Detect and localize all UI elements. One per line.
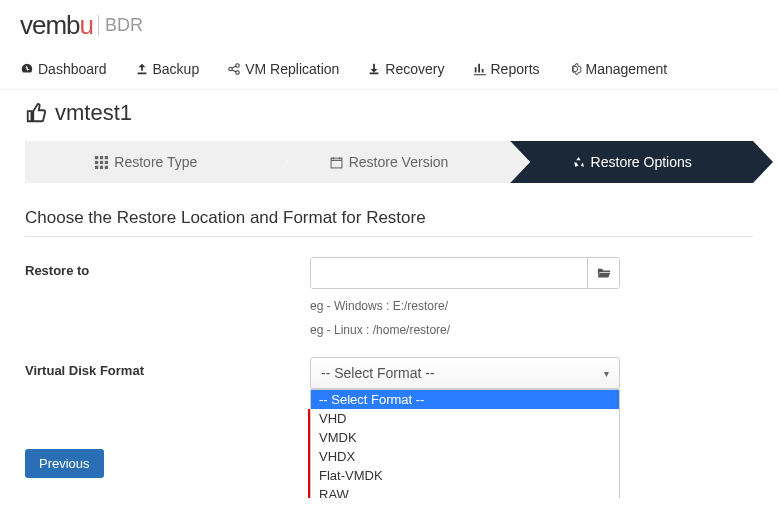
previous-button[interactable]: Previous [25,449,104,478]
page-title: vmtest1 [25,100,753,126]
svg-rect-4 [100,160,103,163]
step-restore-options-label: Restore Options [591,154,692,170]
svg-rect-9 [331,158,342,168]
section-title: Choose the Restore Location and Format f… [25,208,753,228]
disk-format-label: Virtual Disk Format [25,357,310,389]
calendar-icon [330,156,343,169]
logo-accent: u [80,10,93,40]
nav-reports-label: Reports [491,61,540,77]
step-restore-type[interactable]: Restore Type [25,141,268,183]
nav-management[interactable]: Management [568,61,668,77]
chart-icon [473,62,487,76]
share-icon [227,62,241,76]
dashboard-icon [20,62,34,76]
gear-icon [568,62,582,76]
folder-open-icon [597,266,611,280]
step-restore-version-label: Restore Version [349,154,449,170]
nav-backup[interactable]: Backup [135,61,200,77]
nav-recovery-label: Recovery [385,61,444,77]
hint-linux: eg - Linux : /home/restore/ [310,323,620,337]
nav-dashboard-label: Dashboard [38,61,107,77]
option-vmdk[interactable]: VMDK [311,428,619,447]
svg-rect-5 [105,160,108,163]
recycle-icon [572,156,585,169]
download-icon [367,62,381,76]
grid-icon [95,156,108,169]
divider [25,236,753,237]
step-restore-version[interactable]: Restore Version [268,141,511,183]
option-raw[interactable]: RAW [311,485,619,498]
step-restore-type-label: Restore Type [114,154,197,170]
disk-format-selected-text: -- Select Format -- [321,365,435,381]
nav-management-label: Management [586,61,668,77]
svg-rect-8 [105,165,108,168]
nav-vm-replication-label: VM Replication [245,61,339,77]
restore-to-label: Restore to [25,257,310,337]
nav-recovery[interactable]: Recovery [367,61,444,77]
main-nav: Dashboard Backup VM Replication Recovery… [0,61,778,90]
disk-format-dropdown: -- Select Format -- VHD VMDK VHDX Flat-V… [310,389,620,498]
svg-rect-0 [95,156,98,159]
thumbs-up-icon [25,102,47,124]
nav-backup-label: Backup [153,61,200,77]
svg-rect-3 [95,160,98,163]
nav-vm-replication[interactable]: VM Replication [227,61,339,77]
svg-rect-6 [95,165,98,168]
logo-sub: BDR [98,15,143,36]
option-flat-vmdk[interactable]: Flat-VMDK [311,466,619,485]
nav-reports[interactable]: Reports [473,61,540,77]
page-title-text: vmtest1 [55,100,132,126]
option-placeholder[interactable]: -- Select Format -- [311,390,619,409]
option-vhdx[interactable]: VHDX [311,447,619,466]
step-restore-options[interactable]: Restore Options [510,141,753,183]
option-vhd[interactable]: VHD [311,409,619,428]
restore-to-input[interactable] [311,258,587,288]
svg-rect-1 [100,156,103,159]
svg-rect-7 [100,165,103,168]
nav-dashboard[interactable]: Dashboard [20,61,107,77]
logo-prefix: vemb [20,10,80,40]
app-logo: vembu [20,10,93,41]
svg-rect-2 [105,156,108,159]
disk-format-select[interactable]: -- Select Format -- [310,357,620,389]
wizard-steps: Restore Type Restore Version Restore Opt… [25,141,753,183]
hint-windows: eg - Windows : E:/restore/ [310,299,620,313]
browse-button[interactable] [587,258,619,288]
upload-icon [135,62,149,76]
